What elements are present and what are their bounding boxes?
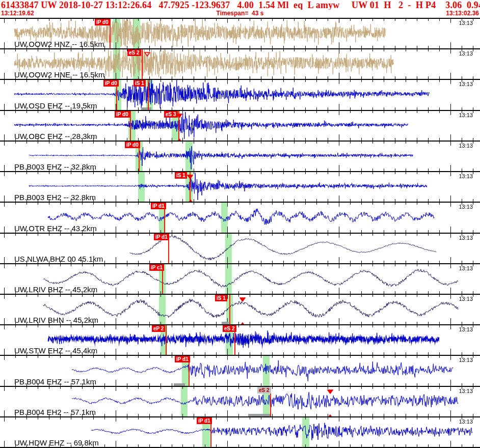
trace-time-label: 13:13 bbox=[459, 50, 473, 57]
trace-time-label: 13:13 bbox=[459, 357, 473, 363]
pick-label[interactable]: eS 2 bbox=[127, 49, 141, 56]
pick-label[interactable]: iP d0 bbox=[95, 19, 110, 25]
trace-time-label: 13:13 bbox=[459, 296, 473, 302]
pick-line bbox=[166, 325, 167, 355]
pick-label[interactable]: iS 1 bbox=[175, 172, 187, 179]
trace-time-label: 13:13 bbox=[459, 20, 473, 26]
pick-line bbox=[142, 49, 143, 79]
pick-label[interactable]: eS 2 bbox=[223, 325, 236, 332]
trace-time-label: 13:13 bbox=[459, 265, 473, 271]
trace-panel: iP d1US.NLWA BHZ 00 45.1km13:13 bbox=[0, 234, 480, 264]
trace-time-label: 13:13 bbox=[459, 326, 473, 332]
pick-line bbox=[229, 295, 230, 324]
station-label: UW.HDW EHZ -- 69.8km bbox=[14, 438, 99, 447]
trace-time-label: 13:13 bbox=[459, 235, 473, 241]
phase-arrow-down-icon bbox=[187, 172, 193, 177]
station-label: UW.LRIV BHN -- 45.2km bbox=[14, 316, 98, 324]
coda-bar bbox=[222, 322, 229, 324]
time-window-bar: 13:12:19.62 Timespan= 43 s 13:13:02.36 bbox=[0, 9, 480, 17]
pick-label[interactable]: eP 2 bbox=[152, 325, 165, 332]
pick-label[interactable]: iP d1 bbox=[175, 356, 190, 362]
pick-label[interactable]: iP d0 bbox=[103, 80, 119, 87]
trace-panel: eP 2eS 2UW.STW EHZ -- 45.4km13:13 bbox=[0, 325, 480, 356]
trace-panel: iP d0PB.B003 EHZ -- 32.8km13:13 bbox=[0, 142, 480, 172]
phase-arrow-up-icon bbox=[239, 320, 246, 324]
trace-panel: iS 1PB.B003 EH2 -- 32.8km13:13 bbox=[0, 172, 480, 203]
phase-arrow-down-icon bbox=[327, 387, 333, 391]
window-end-time: 13:13:02.36 bbox=[446, 10, 479, 17]
trace-time-label: 13:13 bbox=[459, 81, 473, 87]
waveform-viewer: 61433847 UW 2018-10-27 13:12:26.64 47.79… bbox=[0, 0, 480, 448]
pick-label[interactable]: iP d1 bbox=[151, 203, 166, 209]
trace-time-label: 13:13 bbox=[459, 112, 473, 118]
phase-arrow-up-icon bbox=[327, 412, 333, 416]
trace-time-label: 13:13 bbox=[459, 418, 473, 425]
station-label: PB.B004 EHZ -- 57.1km bbox=[14, 377, 96, 386]
station-label: PB.B003 EHZ -- 32.8km bbox=[14, 162, 96, 171]
trace-panel: iS 1UW.LRIV BHN -- 45.2km13:13 bbox=[0, 295, 480, 325]
station-label: PB.B003 EH2 -- 32.8km bbox=[14, 193, 96, 202]
trace-time-label: 13:13 bbox=[459, 388, 473, 394]
trace-panel: iP d0iS 1UW.OSD EHZ -- 19.5km13:13 bbox=[0, 80, 480, 111]
trace-panel: iP c1UW.LRIV BHZ -- 45.2km13:13 bbox=[0, 264, 480, 295]
station-label: UW.STW EHZ -- 45.4km bbox=[14, 346, 97, 355]
trace-area: iP d0UW.OOW2 HNZ -- 16.5km13:13eS 2UW.OO… bbox=[0, 18, 480, 448]
coda-bar bbox=[248, 414, 271, 416]
pick-label[interactable]: iP d1 bbox=[197, 417, 212, 424]
pick-label[interactable]: iP c1 bbox=[149, 264, 164, 271]
trace-panel: iP d1UW.OTR EHZ -- 43.2km13:13 bbox=[0, 203, 480, 234]
trace-panel: iP d0eS 3UW.OBC EHZ -- 28.3km13:13 bbox=[0, 111, 480, 142]
trace-time-label: 13:13 bbox=[459, 143, 473, 149]
phase-arrow-up-icon bbox=[176, 136, 182, 141]
station-label: UW.OOW2 HNZ -- 16.5km bbox=[14, 40, 104, 48]
station-label: UW.LRIV BHZ -- 45.2km bbox=[14, 285, 97, 294]
trace-time-label: 13:13 bbox=[459, 204, 473, 210]
trace-panel: eS 2UW.OOW2 HNE -- 16.5km13:13 bbox=[0, 49, 480, 80]
trace-panel: iP d1PB.B004 EHZ -- 57.1km13:13 bbox=[0, 356, 480, 387]
pick-label[interactable]: eS 2 bbox=[257, 387, 271, 394]
station-label: UW.OOW2 HNE -- 16.5km bbox=[14, 70, 105, 79]
station-label: UW.OSD EHZ -- 19.5km bbox=[14, 101, 97, 110]
pick-line bbox=[130, 111, 131, 141]
event-header: 61433847 UW 2018-10-27 13:12:26.64 47.79… bbox=[1, 0, 480, 10]
trace-panel: iP d1UW.HDW EHZ -- 69.8km13:13 bbox=[0, 417, 480, 448]
trace-time-label: 13:13 bbox=[459, 173, 473, 179]
pick-label[interactable]: iP d1 bbox=[154, 234, 169, 240]
pick-label[interactable]: iS 1 bbox=[215, 295, 227, 301]
pick-label[interactable]: iS 1 bbox=[134, 80, 146, 87]
pick-label[interactable]: iP d0 bbox=[115, 111, 130, 118]
station-label: US.NLWA BHZ 00 45.1km bbox=[14, 255, 103, 263]
station-label: UW.OTR EHZ -- 43.2km bbox=[14, 224, 97, 233]
trace-panel: iP d0UW.OOW2 HNZ -- 16.5km13:13 bbox=[0, 19, 480, 49]
phase-arrow-down-icon bbox=[239, 295, 246, 299]
pick-line bbox=[148, 80, 149, 110]
phase-arrow-down-icon bbox=[144, 49, 150, 54]
pick-label[interactable]: iP d0 bbox=[125, 142, 140, 148]
trace-panel: eS 2PB.B004 EH2 -- 57.1km13:13 bbox=[0, 387, 480, 417]
pick-label[interactable]: eS 3 bbox=[164, 111, 178, 118]
station-label: PB.B004 EH2 -- 57.1km bbox=[14, 408, 96, 416]
coda-bar bbox=[141, 107, 151, 110]
phase-arrow-up-icon bbox=[188, 197, 194, 202]
station-label: UW.OBC EHZ -- 28.3km bbox=[14, 132, 97, 141]
coda-bar bbox=[174, 383, 185, 386]
timespan-label: Timespan= 43 s bbox=[0, 10, 480, 17]
